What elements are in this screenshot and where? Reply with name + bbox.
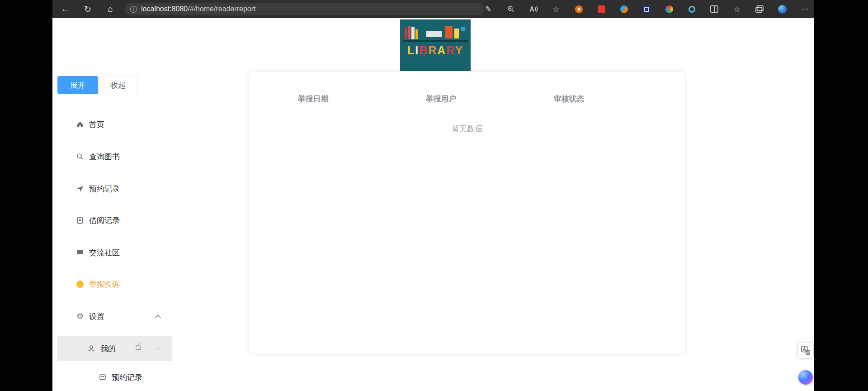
warning-circle-icon: [76, 280, 84, 288]
chevron-up-icon: [155, 347, 161, 353]
logo-clock-shape: [461, 27, 465, 31]
extension-icon-2[interactable]: [596, 4, 607, 14]
table-header-report-date: 举报日期: [249, 87, 377, 110]
expand-sidebar-button[interactable]: 展开: [57, 76, 98, 94]
gear-icon: ⚙: [76, 312, 84, 320]
ink-pen-icon[interactable]: ✎: [483, 4, 494, 14]
search-icon: [76, 153, 84, 161]
sidebar-item-label: 交流社区: [89, 248, 120, 258]
extension-icon-5[interactable]: [664, 4, 675, 14]
split-screen-icon[interactable]: [709, 4, 720, 14]
user-icon: [87, 344, 95, 353]
sidebar-item-label: 借阅记录: [89, 215, 120, 226]
extension-icon-6[interactable]: [686, 4, 697, 14]
sidebar-item-label: 查询图书: [89, 152, 120, 162]
url-path: /#/home/readerreport: [188, 5, 255, 13]
send-icon: [76, 185, 84, 193]
home-button[interactable]: ⌂: [104, 3, 117, 15]
chevron-up-icon: [155, 315, 161, 320]
logo-letter: I: [415, 44, 419, 57]
screen: ← ↻ ⌂ i localhost:8080/#/home/readerrepo…: [0, 0, 868, 391]
sidebar-item-settings[interactable]: ⚙ 设置: [57, 304, 172, 329]
library-logo: LIBRARY: [400, 19, 471, 71]
sidebar-item-reservation-records-sub[interactable]: 预约记录: [57, 365, 172, 390]
logo-letter: A: [437, 44, 446, 57]
favorites-bar-icon[interactable]: ☆: [731, 4, 742, 14]
logo-letter: L: [407, 44, 415, 57]
extension-icon-4[interactable]: [641, 4, 652, 14]
table-header-review-status: 审核状态: [505, 87, 633, 110]
logo-letter: R: [428, 44, 437, 57]
sidebar-item-home[interactable]: 首页: [57, 112, 172, 137]
more-menu-icon[interactable]: ···: [799, 4, 810, 14]
logo-book-shape: [454, 29, 459, 38]
mouse-cursor: ☝: [135, 341, 141, 352]
back-button[interactable]: ←: [59, 3, 71, 15]
sidebar-item-label: 预约记录: [89, 184, 120, 194]
sidebar-item-label: 预约记录: [112, 372, 142, 383]
logo-word: LIBRARY: [400, 44, 471, 57]
zoom-icon[interactable]: [505, 4, 516, 14]
sidebar-item-borrow-records[interactable]: 借阅记录: [57, 208, 172, 233]
logo-open-book-shape: [426, 31, 442, 37]
browser-window: ← ↻ ⌂ i localhost:8080/#/home/readerrepo…: [52, 0, 814, 391]
logo-shelf-shape: [403, 40, 468, 42]
extension-icon-3[interactable]: [618, 4, 629, 14]
sidebar-item-label: 设置: [89, 311, 104, 322]
sidebar-divider: [172, 104, 172, 362]
favorite-star-icon[interactable]: ☆: [551, 4, 561, 14]
extension-icon-1[interactable]: [573, 4, 584, 14]
toolbar-actions: ✎ ☆: [483, 0, 813, 18]
chat-icon: [76, 248, 84, 257]
report-table-card: 举报日期 举报用户 审核状态 暂无数据: [249, 72, 685, 353]
sidebar-item-label: 举报投诉: [89, 279, 120, 290]
sidebar-item-community[interactable]: 交流社区: [57, 240, 172, 265]
table-bottom-divider: [266, 146, 673, 146]
logo-book-shape: [411, 27, 415, 39]
sidebar-item-label: 我的: [100, 343, 116, 354]
url-host: localhost:8080: [141, 5, 188, 13]
read-aloud-icon[interactable]: [528, 4, 539, 14]
sidebar-item-mine[interactable]: 我的: [57, 336, 172, 361]
table-header-row: 举报日期 举报用户 审核状态: [249, 87, 685, 110]
site-info-icon[interactable]: i: [130, 6, 137, 13]
sidebar-item-search-books[interactable]: 查询图书: [57, 144, 172, 169]
table-header-divider: [266, 110, 673, 110]
letterbox-right: [814, 0, 868, 391]
table-empty-text: 暂无数据: [249, 117, 685, 141]
app-page: LIBRARY 展开 收起 首页 查询图书: [52, 18, 814, 391]
profile-icon[interactable]: [777, 4, 788, 14]
sidebar-item-label: 首页: [89, 119, 104, 130]
logo-letter: B: [419, 44, 428, 57]
copilot-button[interactable]: [798, 370, 813, 385]
sidebar-item-report-complaint[interactable]: 举报投诉: [57, 272, 172, 297]
sidebar-item-reservation-records[interactable]: 预约记录: [57, 176, 172, 201]
address-bar[interactable]: i localhost:8080/#/home/readerreport: [125, 3, 484, 15]
collections-icon[interactable]: [754, 4, 765, 14]
letterbox-left: [0, 0, 52, 391]
document-icon: [76, 216, 84, 224]
logo-book-shape: [445, 26, 453, 38]
logo-book-shape: [408, 26, 410, 39]
logo-book-shape: [405, 28, 407, 39]
browser-toolbar: ← ↻ ⌂ i localhost:8080/#/home/readerrepo…: [52, 0, 814, 18]
collapse-sidebar-button[interactable]: 收起: [98, 76, 138, 94]
refresh-button[interactable]: ↻: [81, 3, 94, 15]
table-header-report-user: 举报用户: [377, 87, 505, 110]
image-tools-button[interactable]: [797, 342, 814, 358]
document-icon: [99, 373, 107, 381]
logo-letter: R: [446, 44, 455, 57]
logo-book-shape: [415, 29, 418, 39]
logo-letter: Y: [455, 44, 463, 57]
url-text: localhost:8080/#/home/readerreport: [141, 5, 256, 13]
home-icon: [76, 120, 84, 129]
